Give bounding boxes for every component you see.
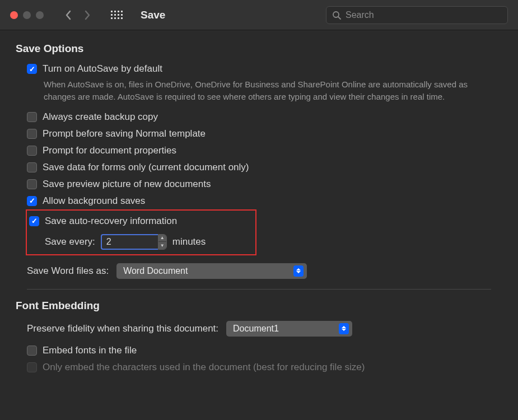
show-all-icon[interactable] — [111, 11, 123, 19]
forms-only-option[interactable]: Save data for forms only (current docume… — [16, 159, 502, 176]
search-input[interactable] — [346, 10, 502, 20]
embed-subset-option: Only embed the characters used in the do… — [16, 359, 502, 376]
chevron-updown-icon — [339, 323, 349, 334]
embed-fonts-option[interactable]: Embed fonts in the file — [16, 342, 502, 359]
save-files-as-row: Save Word files as: Word Document — [16, 255, 502, 287]
preserve-fidelity-value: Document1 — [233, 324, 333, 334]
save-files-as-label: Save Word files as: — [27, 265, 109, 277]
save-files-as-select[interactable]: Word Document — [116, 263, 307, 279]
autosave-checkbox[interactable] — [27, 64, 37, 74]
prompt-props-checkbox[interactable] — [27, 146, 37, 156]
svg-line-1 — [338, 17, 340, 19]
section-divider — [27, 289, 491, 290]
backup-copy-checkbox[interactable] — [27, 112, 37, 122]
preview-pic-option[interactable]: Save preview picture of new documents — [16, 176, 502, 193]
forward-button[interactable] — [84, 10, 91, 20]
maximize-window-button[interactable] — [36, 11, 44, 19]
close-window-button[interactable] — [10, 11, 18, 19]
autosave-description: When AutoSave is on, files in OneDrive, … — [16, 77, 480, 109]
embed-fonts-label: Embed fonts in the file — [43, 345, 137, 356]
embed-subset-label: Only embed the characters used in the do… — [43, 362, 365, 373]
backup-copy-label: Always create backup copy — [43, 111, 158, 123]
window-traffic-lights — [10, 11, 44, 19]
save-every-stepper[interactable]: ▲ ▼ — [101, 234, 167, 250]
prompt-normal-checkbox[interactable] — [27, 129, 37, 139]
autosave-label: Turn on AutoSave by default — [43, 63, 162, 74]
preserve-fidelity-select[interactable]: Document1 — [226, 321, 352, 337]
save-options-heading: Save Options — [16, 43, 502, 55]
save-every-label: Save every: — [45, 236, 95, 248]
chevron-updown-icon — [293, 265, 304, 277]
titlebar: Save — [0, 0, 518, 30]
save-every-unit: minutes — [172, 236, 206, 248]
auto-recovery-highlight: Save auto-recovery information Save ever… — [26, 209, 256, 255]
prompt-props-label: Prompt for document properties — [43, 145, 176, 156]
forms-only-label: Save data for forms only (current docume… — [43, 162, 249, 173]
search-field[interactable] — [326, 6, 508, 24]
prompt-normal-label: Prompt before saving Normal template — [43, 128, 206, 139]
save-every-row: Save every: ▲ ▼ minutes — [28, 230, 254, 250]
prompt-normal-option[interactable]: Prompt before saving Normal template — [16, 125, 502, 142]
autosave-option[interactable]: Turn on AutoSave by default — [16, 60, 502, 77]
bg-saves-checkbox[interactable] — [27, 196, 37, 206]
back-button[interactable] — [65, 10, 72, 20]
auto-recovery-checkbox[interactable] — [29, 216, 39, 226]
auto-recovery-option[interactable]: Save auto-recovery information — [28, 213, 254, 230]
save-every-input[interactable] — [101, 234, 158, 250]
font-embedding-heading: Font Embedding — [16, 300, 502, 312]
preview-pic-checkbox[interactable] — [27, 179, 37, 189]
stepper-down-button[interactable]: ▼ — [158, 242, 166, 249]
search-icon — [332, 11, 341, 20]
bg-saves-option[interactable]: Allow background saves — [16, 193, 502, 209]
preserve-fidelity-label: Preserve fidelity when sharing this docu… — [27, 323, 218, 334]
preserve-fidelity-row: Preserve fidelity when sharing this docu… — [16, 318, 502, 342]
embed-fonts-checkbox[interactable] — [27, 346, 37, 356]
window-title: Save — [141, 9, 165, 21]
bg-saves-label: Allow background saves — [43, 195, 145, 207]
auto-recovery-label: Save auto-recovery information — [45, 216, 177, 227]
preview-pic-label: Save preview picture of new documents — [43, 179, 211, 190]
stepper-up-button[interactable]: ▲ — [158, 235, 166, 242]
embed-subset-checkbox — [27, 362, 37, 372]
minimize-window-button[interactable] — [23, 11, 31, 19]
backup-copy-option[interactable]: Always create backup copy — [16, 109, 502, 125]
prompt-props-option[interactable]: Prompt for document properties — [16, 142, 502, 159]
save-files-as-value: Word Document — [123, 266, 288, 276]
nav-buttons — [65, 10, 91, 20]
forms-only-checkbox[interactable] — [27, 162, 37, 172]
